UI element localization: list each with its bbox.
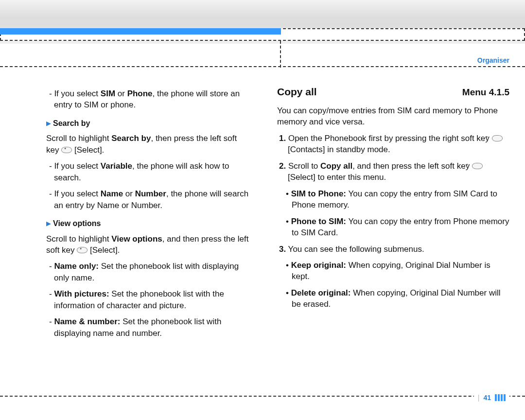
section-label: Organiser: [477, 56, 509, 64]
body-text: - If you select Variable, the phone will…: [49, 160, 252, 183]
list-item: • Phone to SIM: You can copy the entry f…: [286, 216, 509, 239]
list-item: 1. Open the Phonebook first by pressing …: [279, 133, 509, 156]
list-item: 2. Scroll to Copy all, and then press th…: [279, 160, 509, 183]
subheading-search-by: ▶Search by: [46, 118, 252, 129]
list-item: • Delete original: When copying, Origina…: [286, 287, 509, 310]
vertical-dashed-divider: [280, 41, 281, 68]
body-text: Scroll to highlight View options, and th…: [46, 233, 252, 256]
page-number-wrap: | 41: [474, 394, 509, 402]
body-text: Scroll to highlight Search by, then pres…: [46, 133, 252, 156]
body-text: - If you select SIM or Phone, the phone …: [49, 88, 252, 111]
triangle-icon: ▶: [46, 119, 51, 128]
body-text: You can copy/move entries from SIM card …: [277, 105, 509, 128]
subheading-view-options: ▶View options: [46, 218, 252, 229]
body-text: - Name & number: Set the phonebook list …: [49, 316, 252, 339]
page-number: 41: [483, 394, 491, 402]
page-number-separator: |: [478, 394, 480, 402]
horizontal-dashed-rule-top: [0, 66, 525, 67]
right-column: Copy all Menu 4.1.5 You can copy/move en…: [262, 80, 525, 385]
page-marker-bars-icon: [495, 394, 506, 401]
section-header: Copy all Menu 4.1.5: [277, 85, 509, 99]
menu-path: Menu 4.1.5: [462, 86, 509, 99]
left-column: - If you select SIM or Phone, the phone …: [0, 80, 262, 385]
softkey-icon: [472, 163, 483, 169]
body-text: - With pictures: Set the phonebook list …: [49, 288, 252, 311]
list-item: 3. You can see the following submenus.: [279, 244, 509, 255]
softkey-icon: [492, 135, 503, 141]
list-item: • Keep original: When copying, Original …: [286, 260, 509, 282]
body-text: - Name only: Set the phonebook list with…: [49, 261, 252, 283]
softkey-icon: [77, 247, 88, 253]
list-item: • SIM to Phone: You can copy the entry f…: [286, 188, 509, 211]
softkey-icon: [61, 147, 72, 153]
header-blue-strip: [0, 28, 281, 35]
triangle-icon: ▶: [46, 219, 51, 228]
section-title: Copy all: [277, 85, 317, 99]
page-content: - If you select SIM or Phone, the phone …: [0, 80, 525, 385]
body-text: - If you select Name or Number, the phon…: [49, 188, 252, 211]
horizontal-dashed-rule-bottom: [0, 396, 525, 397]
